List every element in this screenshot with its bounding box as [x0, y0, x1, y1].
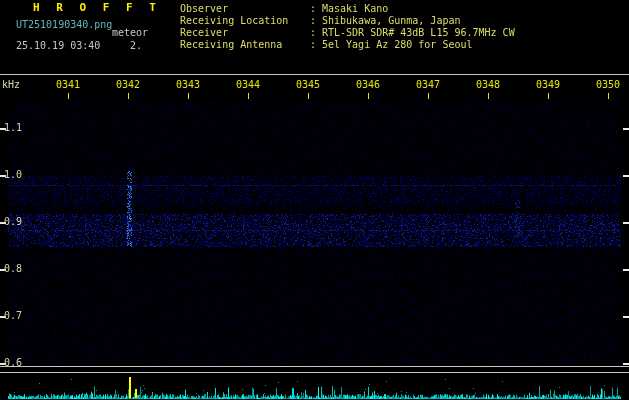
- info-label: Receiving Location: [180, 16, 310, 26]
- time-tick-label: 0344: [235, 80, 261, 90]
- info-value: Shibukawa, Gunma, Japan: [322, 15, 460, 26]
- colon-separator: :: [310, 16, 322, 26]
- freq-tick-label: 0.7: [4, 311, 22, 321]
- freq-tick-label: 0.6: [4, 358, 22, 368]
- time-tick-label: 0347: [415, 80, 441, 90]
- station-info-row: Receiving Antenna:5el Yagi Az 280 for Se…: [180, 40, 515, 52]
- freq-tick-label: 1.0: [4, 170, 22, 180]
- info-label: Receiver: [180, 28, 310, 38]
- info-label: Receiving Antenna: [180, 40, 310, 50]
- image-sequence-number: 2.: [130, 41, 142, 51]
- colon-separator: :: [310, 4, 322, 14]
- output-filename: UT2510190340.png: [16, 20, 112, 30]
- info-value: RTL-SDR SDR# 43dB L15 96.7MHz CW: [322, 27, 515, 38]
- info-label: Observer: [180, 4, 310, 14]
- freq-tick-label: 0.9: [4, 217, 22, 227]
- time-tick-label: 0342: [115, 80, 141, 90]
- info-value: Masaki Kano: [322, 3, 388, 14]
- spectrogram-canvas: [0, 0, 629, 400]
- freq-tick-label: 0.8: [4, 264, 22, 274]
- time-tick-label: 0350: [595, 80, 621, 90]
- time-tick-label: 0343: [175, 80, 201, 90]
- info-value: 5el Yagi Az 280 for Seoul: [322, 39, 473, 50]
- hrofft-output: H R O F F T UT2510190340.png meteor 25.1…: [0, 0, 629, 400]
- colon-separator: :: [310, 40, 322, 50]
- station-info: Observer:Masaki Kano Receiving Location:…: [180, 4, 515, 52]
- time-tick-label: 0345: [295, 80, 321, 90]
- freq-axis-unit-label: kHz: [2, 80, 20, 90]
- time-tick-label: 0348: [475, 80, 501, 90]
- freq-tick-label: 1.1: [4, 123, 22, 133]
- time-tick-label: 0346: [355, 80, 381, 90]
- colon-separator: :: [310, 28, 322, 38]
- app-title: H R O F F T: [33, 3, 161, 13]
- observation-datetime: 25.10.19 03:40: [16, 41, 100, 51]
- time-tick-label: 0349: [535, 80, 561, 90]
- time-tick-label: 0341: [55, 80, 81, 90]
- observation-mode-label: meteor: [112, 28, 148, 38]
